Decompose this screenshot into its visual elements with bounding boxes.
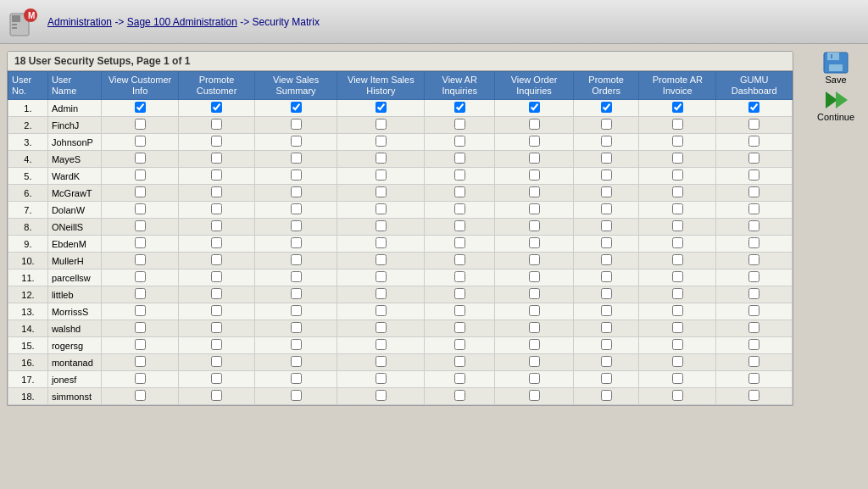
cell-gumu-dashboard-checkbox[interactable] — [748, 390, 760, 401]
cell-view-item-sales-history-checkbox[interactable] — [376, 339, 387, 350]
cell-view-order-inquiries-checkbox[interactable] — [529, 102, 540, 113]
cell-promote-ar-invoice-checkbox[interactable] — [672, 271, 683, 282]
cell-promote-customer-checkbox[interactable] — [211, 322, 222, 333]
cell-view-ar-inquiries-checkbox[interactable] — [454, 339, 465, 350]
cell-promote-customer[interactable] — [179, 168, 254, 185]
cell-promote-ar-invoice[interactable] — [639, 185, 716, 202]
cell-gumu-dashboard-checkbox[interactable] — [748, 153, 760, 164]
cell-promote-orders[interactable] — [573, 100, 638, 117]
cell-view-ar-inquiries[interactable] — [425, 337, 495, 354]
cell-promote-orders[interactable] — [573, 270, 638, 286]
cell-view-order-inquiries[interactable] — [495, 100, 574, 117]
cell-promote-ar-invoice-checkbox[interactable] — [672, 203, 683, 214]
cell-view-order-inquiries[interactable] — [495, 219, 574, 236]
cell-view-ar-inquiries[interactable] — [425, 168, 495, 185]
cell-view-customer-info[interactable] — [101, 100, 179, 117]
cell-view-ar-inquiries[interactable] — [425, 388, 495, 405]
cell-view-item-sales-history-checkbox[interactable] — [376, 322, 387, 333]
breadcrumb-admin-link[interactable]: Administration — [47, 16, 112, 28]
cell-promote-customer-checkbox[interactable] — [211, 186, 222, 197]
cell-promote-customer[interactable] — [179, 354, 254, 371]
cell-view-item-sales-history-checkbox[interactable] — [376, 237, 387, 248]
cell-promote-orders[interactable] — [573, 253, 638, 270]
cell-view-ar-inquiries[interactable] — [425, 371, 495, 388]
cell-view-order-inquiries-checkbox[interactable] — [529, 254, 540, 265]
cell-view-order-inquiries-checkbox[interactable] — [529, 237, 540, 248]
cell-gumu-dashboard[interactable] — [716, 134, 793, 151]
cell-view-sales-summary[interactable] — [254, 185, 337, 202]
cell-promote-customer[interactable] — [179, 151, 254, 168]
cell-promote-orders-checkbox[interactable] — [601, 237, 612, 248]
cell-view-item-sales-history[interactable] — [337, 270, 425, 286]
cell-gumu-dashboard-checkbox[interactable] — [748, 288, 760, 299]
cell-gumu-dashboard[interactable] — [716, 286, 793, 303]
cell-view-sales-summary-checkbox[interactable] — [291, 390, 302, 401]
cell-view-order-inquiries[interactable] — [495, 303, 574, 320]
cell-view-order-inquiries[interactable] — [495, 253, 574, 270]
cell-gumu-dashboard-checkbox[interactable] — [748, 339, 760, 350]
cell-promote-ar-invoice[interactable] — [639, 219, 716, 236]
cell-gumu-dashboard[interactable] — [716, 337, 793, 354]
cell-view-order-inquiries-checkbox[interactable] — [529, 169, 540, 181]
cell-view-sales-summary-checkbox[interactable] — [291, 305, 302, 316]
cell-view-ar-inquiries[interactable] — [425, 219, 495, 236]
cell-view-item-sales-history-checkbox[interactable] — [376, 169, 387, 181]
cell-gumu-dashboard[interactable] — [716, 303, 793, 320]
cell-view-sales-summary[interactable] — [254, 371, 337, 388]
cell-view-sales-summary[interactable] — [254, 168, 337, 185]
cell-promote-customer[interactable] — [179, 219, 254, 236]
cell-gumu-dashboard[interactable] — [716, 202, 793, 219]
cell-view-customer-info-checkbox[interactable] — [135, 390, 146, 401]
cell-promote-ar-invoice[interactable] — [639, 202, 716, 219]
cell-view-ar-inquiries[interactable] — [425, 151, 495, 168]
cell-gumu-dashboard[interactable] — [716, 117, 793, 134]
cell-gumu-dashboard-checkbox[interactable] — [748, 373, 760, 384]
cell-view-customer-info[interactable] — [101, 337, 179, 354]
cell-promote-customer-checkbox[interactable] — [211, 305, 222, 316]
cell-promote-ar-invoice[interactable] — [639, 253, 716, 270]
cell-view-order-inquiries[interactable] — [495, 151, 574, 168]
cell-promote-ar-invoice[interactable] — [639, 236, 716, 253]
cell-view-customer-info[interactable] — [101, 202, 179, 219]
cell-view-order-inquiries-checkbox[interactable] — [529, 288, 540, 299]
cell-gumu-dashboard[interactable] — [716, 168, 793, 185]
cell-gumu-dashboard-checkbox[interactable] — [748, 322, 760, 333]
cell-view-item-sales-history-checkbox[interactable] — [376, 119, 387, 130]
cell-promote-ar-invoice[interactable] — [639, 168, 716, 185]
cell-view-order-inquiries[interactable] — [495, 371, 574, 388]
cell-promote-orders[interactable] — [573, 354, 638, 371]
cell-view-order-inquiries-checkbox[interactable] — [529, 305, 540, 316]
cell-view-sales-summary-checkbox[interactable] — [291, 237, 302, 248]
cell-view-ar-inquiries-checkbox[interactable] — [454, 254, 465, 265]
cell-view-customer-info-checkbox[interactable] — [135, 102, 146, 113]
cell-promote-ar-invoice-checkbox[interactable] — [672, 390, 683, 401]
cell-view-item-sales-history[interactable] — [337, 185, 425, 202]
cell-view-item-sales-history-checkbox[interactable] — [376, 356, 387, 367]
cell-promote-ar-invoice[interactable] — [639, 371, 716, 388]
cell-promote-orders[interactable] — [573, 236, 638, 253]
cell-view-ar-inquiries[interactable] — [425, 320, 495, 337]
cell-promote-orders[interactable] — [573, 371, 638, 388]
cell-promote-ar-invoice[interactable] — [639, 117, 716, 134]
cell-view-sales-summary-checkbox[interactable] — [291, 254, 302, 265]
cell-promote-orders-checkbox[interactable] — [601, 288, 612, 299]
cell-view-item-sales-history[interactable] — [337, 371, 425, 388]
cell-promote-customer-checkbox[interactable] — [211, 203, 222, 214]
cell-view-customer-info[interactable] — [101, 253, 179, 270]
cell-view-ar-inquiries[interactable] — [425, 253, 495, 270]
cell-view-customer-info[interactable] — [101, 185, 179, 202]
cell-view-sales-summary-checkbox[interactable] — [291, 288, 302, 299]
cell-view-item-sales-history-checkbox[interactable] — [376, 153, 387, 164]
cell-promote-customer-checkbox[interactable] — [211, 356, 222, 367]
cell-view-ar-inquiries[interactable] — [425, 286, 495, 303]
cell-view-ar-inquiries-checkbox[interactable] — [454, 203, 465, 214]
breadcrumb-sage-link[interactable]: Sage 100 Administration — [127, 16, 237, 28]
cell-view-order-inquiries[interactable] — [495, 117, 574, 134]
cell-promote-ar-invoice-checkbox[interactable] — [672, 102, 683, 113]
cell-view-order-inquiries-checkbox[interactable] — [529, 153, 540, 164]
save-button[interactable]: Save — [807, 51, 865, 85]
cell-promote-ar-invoice-checkbox[interactable] — [672, 220, 683, 231]
cell-gumu-dashboard[interactable] — [716, 253, 793, 270]
cell-view-customer-info-checkbox[interactable] — [135, 373, 146, 384]
cell-promote-orders-checkbox[interactable] — [601, 373, 612, 384]
